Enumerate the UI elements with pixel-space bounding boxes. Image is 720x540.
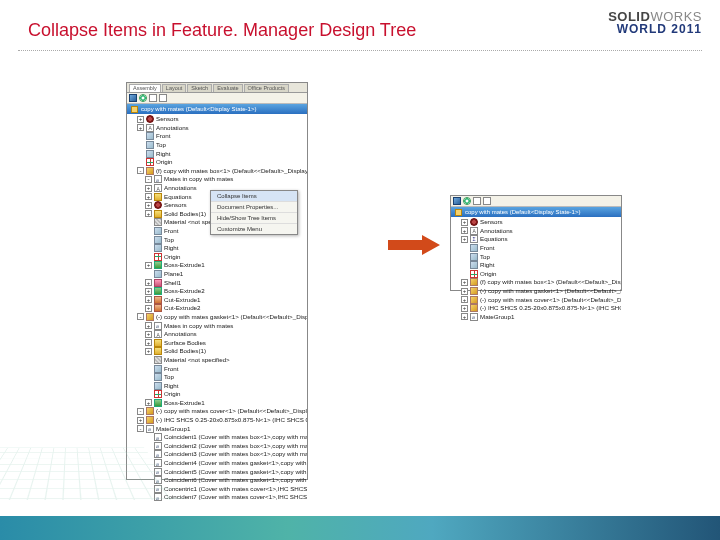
expand-icon[interactable]: + [461, 236, 468, 243]
feature-tree-right[interactable]: +Sensors+Annotations+EquationsFrontTopRi… [451, 217, 621, 322]
ctx-doc-properties[interactable]: Document Properties... [211, 202, 297, 213]
tree-node[interactable]: +(-) copy with mates cover<1> (Default<<… [451, 295, 621, 304]
expand-icon[interactable]: + [145, 322, 152, 329]
tree-node[interactable]: Right [127, 149, 307, 158]
tree-node[interactable]: +(-) copy with mates gasket<1> (Default<… [451, 287, 621, 296]
tree-node[interactable]: Coincident3 (Cover with mates box<1>,cop… [127, 450, 307, 459]
part-icon [146, 407, 154, 415]
expand-icon[interactable]: + [461, 219, 468, 226]
tree-node[interactable]: +Cut-Extrude2 [127, 304, 307, 313]
tree-node[interactable]: +Mates in copy with mates [127, 321, 307, 330]
tab-assembly[interactable]: Assembly [129, 84, 161, 92]
expand-icon[interactable]: + [145, 210, 152, 217]
tree-node[interactable]: Top [127, 141, 307, 150]
display-pane-icon[interactable] [463, 197, 471, 205]
node-label: (-) copy with mates cover<1> (Default<<D… [480, 296, 621, 304]
tab-evaluate[interactable]: Evaluate [213, 84, 242, 92]
tree-node[interactable]: Front [127, 132, 307, 141]
expand-icon[interactable]: + [145, 202, 152, 209]
ctx-hide-show-tree[interactable]: Hide/Show Tree Items [211, 213, 297, 224]
expand-icon[interactable]: + [145, 331, 152, 338]
tree-node[interactable]: Material <not specified> [127, 356, 307, 365]
config-icon[interactable] [473, 197, 481, 205]
tree-node[interactable]: +Sensors [451, 218, 621, 227]
ctx-collapse-items[interactable]: Collapse Items [211, 191, 297, 202]
tree-node[interactable]: Origin [127, 390, 307, 399]
tree-node[interactable]: Origin [127, 253, 307, 262]
tree-node[interactable]: +(-) IHC SHCS 0.25-20x0.875x0.875-N<1> (… [451, 304, 621, 313]
display-pane-icon[interactable] [139, 94, 147, 102]
panel-title-bar[interactable]: copy with mates (Default<Display State-1… [127, 104, 307, 114]
tree-node[interactable]: Origin [127, 158, 307, 167]
expand-icon[interactable]: + [461, 227, 468, 234]
expand-icon[interactable]: + [145, 348, 152, 355]
panel-title-bar-right[interactable]: copy with mates (Default<Display State-1… [451, 207, 621, 217]
expand-icon[interactable]: + [137, 116, 144, 123]
expand-icon[interactable]: + [137, 124, 144, 131]
tree-node[interactable]: Right [127, 244, 307, 253]
expand-icon[interactable]: + [145, 296, 152, 303]
expand-icon[interactable]: + [461, 296, 468, 303]
tree-node[interactable]: -MateGroup1 [127, 424, 307, 433]
expand-icon[interactable]: + [461, 288, 468, 295]
tree-node[interactable]: Top [127, 235, 307, 244]
expand-icon[interactable]: + [145, 262, 152, 269]
tree-node[interactable]: +(f) copy with mates box<1> (Default<<De… [451, 278, 621, 287]
expand-icon[interactable]: + [461, 279, 468, 286]
tree-node[interactable]: +Boss-Extrude1 [127, 399, 307, 408]
tree-node[interactable]: +(-) IHC SHCS 0.25-20x0.875x0.875-N<1> (… [127, 416, 307, 425]
expand-icon[interactable]: + [145, 193, 152, 200]
tree-node[interactable]: +Boss-Extrude2 [127, 287, 307, 296]
tree-node[interactable]: Front [451, 244, 621, 253]
tree-node[interactable]: Plane1 [127, 270, 307, 279]
tree-node[interactable]: +Shell1 [127, 278, 307, 287]
props-icon[interactable] [159, 94, 167, 102]
tree-node[interactable]: +Surface Bodies [127, 338, 307, 347]
tree-node[interactable]: +Annotations [451, 227, 621, 236]
config-icon[interactable] [149, 94, 157, 102]
tree-node[interactable]: Top [127, 373, 307, 382]
expand-icon[interactable]: + [145, 339, 152, 346]
tree-node[interactable]: Coincident2 (Cover with mates box<1>,cop… [127, 442, 307, 451]
expand-icon[interactable]: + [145, 185, 152, 192]
tree-node[interactable]: Right [451, 261, 621, 270]
tree-node[interactable]: +Boss-Extrude1 [127, 261, 307, 270]
tree-node[interactable]: +Annotations [127, 124, 307, 133]
expand-icon[interactable]: + [145, 305, 152, 312]
tree-node[interactable]: -(-) copy with mates cover<1> (Default<<… [127, 407, 307, 416]
feature-tree-left[interactable]: +Sensors+AnnotationsFrontTopRightOrigin-… [127, 114, 307, 503]
feature-tree-icon[interactable] [129, 94, 137, 102]
expand-icon[interactable]: + [461, 305, 468, 312]
tab-layout[interactable]: Layout [162, 84, 187, 92]
expand-icon[interactable]: + [461, 313, 468, 320]
collapse-icon[interactable]: - [145, 176, 152, 183]
tree-node[interactable]: Right [127, 381, 307, 390]
tree-node[interactable]: Front [127, 364, 307, 373]
node-label: (-) copy with mates gasket<1> (Default<<… [156, 313, 307, 321]
tree-node[interactable]: Origin [451, 270, 621, 279]
collapse-icon[interactable]: - [137, 425, 144, 432]
tree-node[interactable]: +Cut-Extrude1 [127, 295, 307, 304]
tree-node[interactable]: -Mates in copy with mates [127, 175, 307, 184]
tree-node[interactable]: +MateGroup1 [451, 313, 621, 322]
expand-icon[interactable]: + [145, 279, 152, 286]
feature-tree-icon[interactable] [453, 197, 461, 205]
tree-node[interactable]: -(f) copy with mates box<1> (Default<<De… [127, 167, 307, 176]
ctx-customize-menu[interactable]: Customize Menu [211, 224, 297, 234]
expand-icon[interactable]: + [137, 417, 144, 424]
tree-node[interactable]: +Equations [451, 235, 621, 244]
tree-node[interactable]: +Annotations [127, 330, 307, 339]
expand-icon[interactable]: + [145, 288, 152, 295]
tree-node[interactable]: Top [451, 252, 621, 261]
tree-node[interactable]: -(-) copy with mates gasket<1> (Default<… [127, 313, 307, 322]
tab-office[interactable]: Office Products [244, 84, 290, 92]
tree-node[interactable]: Coincident1 (Cover with mates box<1>,cop… [127, 433, 307, 442]
collapse-icon[interactable]: - [137, 408, 144, 415]
expand-icon[interactable]: + [145, 399, 152, 406]
tree-node[interactable]: +Solid Bodies(1) [127, 347, 307, 356]
props-icon[interactable] [483, 197, 491, 205]
tree-node[interactable]: +Sensors [127, 115, 307, 124]
tab-sketch[interactable]: Sketch [187, 84, 212, 92]
collapse-icon[interactable]: - [137, 313, 144, 320]
collapse-icon[interactable]: - [137, 167, 144, 174]
